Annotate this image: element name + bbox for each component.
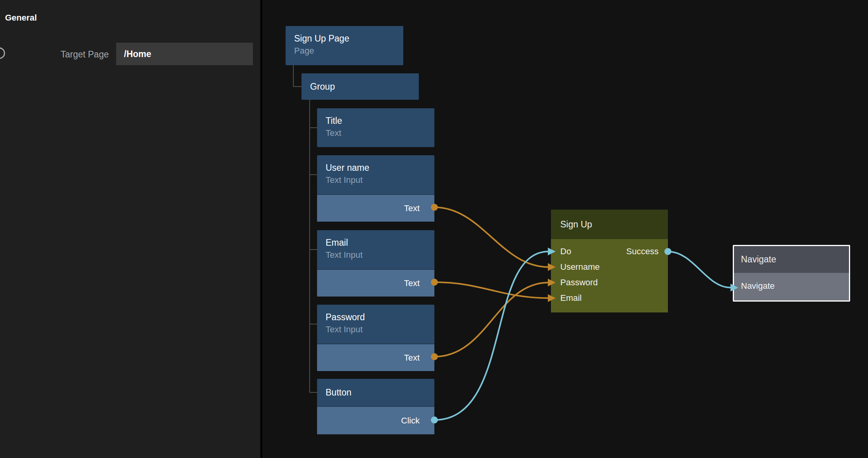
port-text-output[interactable]: Text xyxy=(317,344,434,371)
node-type-label: Text xyxy=(326,127,426,139)
port-password-input[interactable]: Password xyxy=(560,278,598,288)
node-type-label: Text Input xyxy=(326,324,426,335)
node-type-label: Text Input xyxy=(326,174,426,186)
node-button[interactable]: Button Click xyxy=(317,379,434,434)
port-text-output[interactable]: Text xyxy=(317,269,434,297)
node-title: Email xyxy=(326,236,426,249)
port-label: Text xyxy=(404,203,420,213)
node-title: Sign Up Page xyxy=(294,32,395,45)
port-do-input[interactable]: Do xyxy=(560,246,571,257)
node-header: Group xyxy=(302,73,419,100)
port-label: Navigate xyxy=(741,281,775,291)
node-header: Button xyxy=(317,379,434,406)
port-click-output[interactable]: Click xyxy=(317,406,434,434)
port-label: Text xyxy=(404,353,420,363)
node-header: Password Text Input xyxy=(317,305,434,344)
node-group[interactable]: Group xyxy=(302,73,419,100)
port-label: Text xyxy=(404,278,420,288)
port-navigate-input[interactable]: Navigate xyxy=(734,273,849,299)
target-page-label: Target Page xyxy=(0,48,109,61)
node-ports: Do Success Username Password Email xyxy=(551,239,668,312)
node-title: Password xyxy=(326,311,426,324)
node-title: User name xyxy=(326,161,426,174)
node-title: Navigate xyxy=(741,254,776,265)
port-success-output[interactable]: Success xyxy=(626,246,659,257)
target-page-input[interactable] xyxy=(116,43,253,65)
node-password[interactable]: Password Text Input Text xyxy=(317,305,434,371)
node-user-name[interactable]: User name Text Input Text xyxy=(317,155,434,222)
port-username-input[interactable]: Username xyxy=(560,262,600,272)
node-header: Sign Up Page Page xyxy=(286,26,403,65)
node-header: Sign Up xyxy=(551,210,668,239)
node-type-label: Page xyxy=(294,45,395,57)
node-title: Button xyxy=(326,386,352,399)
node-header: Title Text xyxy=(317,108,434,147)
node-sign-up-function[interactable]: Sign Up Do Success Username Password Ema… xyxy=(551,210,668,312)
node-title: Group xyxy=(310,80,335,93)
node-header: User name Text Input xyxy=(317,155,434,194)
port-email-input[interactable]: Email xyxy=(560,293,582,303)
node-email[interactable]: Email Text Input Text xyxy=(317,230,434,297)
port-label: Click xyxy=(401,416,420,426)
node-title: Sign Up xyxy=(560,219,592,230)
node-header: Email Text Input xyxy=(317,230,434,269)
node-navigate[interactable]: Navigate Navigate xyxy=(733,245,850,302)
port-text-output[interactable]: Text xyxy=(317,194,434,222)
node-title-text[interactable]: Title Text xyxy=(317,108,434,147)
node-title: Title xyxy=(326,114,426,127)
node-sign-up-page[interactable]: Sign Up Page Page xyxy=(286,26,403,65)
properties-panel: General Target Page xyxy=(0,0,260,458)
node-header: Navigate xyxy=(734,246,849,273)
section-title: General xyxy=(5,13,37,23)
node-type-label: Text Input xyxy=(326,249,426,261)
